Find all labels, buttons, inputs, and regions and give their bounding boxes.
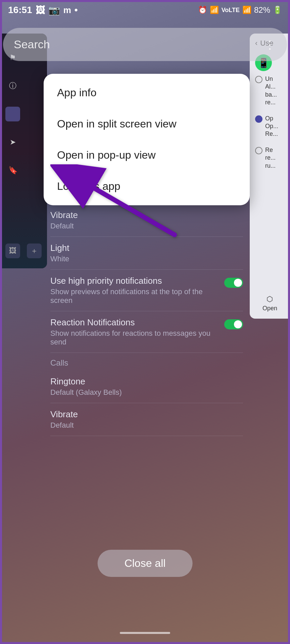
left-app-card: ⚑ ⓘ ➤ 🔖 🖼 ＋ — [0, 34, 47, 268]
image-icon: 🖼 — [5, 244, 20, 258]
setting-light: Light White — [50, 237, 243, 270]
status-icons: ⏰ 📶 VoLTE 📶 82% 🔋 — [198, 5, 282, 15]
search-more-icon[interactable]: ⋮ — [264, 38, 276, 51]
high-priority-toggle[interactable] — [224, 278, 243, 288]
reaction-title: Reaction Notifications — [50, 317, 224, 328]
right-card-bottom: ⬡ Open — [250, 295, 290, 312]
vibrate1-sub: Default — [50, 222, 243, 230]
setting-vibrate-1: Vibrate Default — [50, 204, 243, 237]
radio-dot-3 — [255, 147, 262, 154]
battery-text: 82% — [254, 5, 270, 15]
radio-dot-2 — [255, 115, 262, 123]
wifi-icon: 📶 — [210, 6, 219, 14]
bg-settings: Default (Spaceline) Vibrate Default Ligh… — [44, 181, 250, 436]
light-title: Light — [50, 243, 243, 253]
open-button: ⬡ Open — [262, 295, 277, 312]
search-placeholder: Search — [14, 38, 264, 51]
right-radio-group: UnAl...ba...re... OpOp...Re... Rere...ru… — [255, 75, 285, 170]
plus-icon: ＋ — [27, 244, 42, 258]
setting-ringtone: Ringtone Default (Galaxy Bells) — [50, 370, 243, 403]
vibrate2-sub: Default — [50, 421, 243, 430]
home-indicator — [120, 632, 170, 634]
context-menu: App info Open in split screen view Open … — [44, 74, 250, 205]
right-app-card: ‹ Use 📱 UnAl...ba...re... OpOp...Re... R… — [250, 34, 290, 319]
context-menu-lock-app[interactable]: Lock this app — [44, 171, 250, 202]
radio-label-2: OpOp...Re... — [265, 115, 278, 138]
setting-reaction-notifications: Reaction Notifications Show notification… — [50, 311, 243, 353]
status-photo-icon: 🖼 — [36, 5, 45, 16]
send-icon: ➤ — [5, 135, 20, 150]
battery-icon: 🔋 — [273, 6, 282, 14]
open-icon: ⬡ — [267, 295, 273, 304]
alarm-icon: ⏰ — [198, 6, 207, 14]
ringtone-title: Ringtone — [50, 376, 243, 387]
high-priority-text: Use high priority notifications Show pre… — [50, 276, 224, 305]
vibrate1-title: Vibrate — [50, 210, 243, 220]
status-m-icon: m — [63, 5, 71, 15]
high-priority-sub: Show previews of notifications at the to… — [50, 287, 224, 305]
radio-item-3: Rere...ru... — [255, 146, 285, 170]
status-instagram-icon: 📷 — [48, 5, 60, 16]
setting-high-priority: Use high priority notifications Show pre… — [50, 270, 243, 311]
info-icon: ⓘ — [5, 78, 20, 93]
light-sub: White — [50, 255, 243, 263]
radio-label-1: UnAl...ba...re... — [265, 75, 277, 107]
lte-icon: VoLTE — [222, 7, 240, 14]
vibrate2-title: Vibrate — [50, 409, 243, 420]
radio-label-3: Rere...ru... — [265, 146, 276, 170]
context-menu-app-info[interactable]: App info — [44, 77, 250, 108]
ringtone-sub: Default (Galaxy Bells) — [50, 388, 243, 397]
context-menu-split-screen[interactable]: Open in split screen view — [44, 108, 250, 140]
high-priority-row: Use high priority notifications Show pre… — [50, 276, 243, 305]
reaction-row: Reaction Notifications Show notification… — [50, 317, 243, 346]
left-card-bottom: 🖼 ＋ — [5, 244, 42, 258]
status-time: 16:51 — [8, 5, 32, 15]
open-label: Open — [262, 305, 277, 312]
calls-section-label: Calls — [50, 353, 243, 370]
left-app-icons: ⚑ ⓘ ➤ 🔖 — [5, 50, 20, 178]
status-left: 16:51 🖼 📷 m • — [8, 5, 78, 16]
radio-item-1: UnAl...ba...re... — [255, 75, 285, 107]
reaction-text: Reaction Notifications Show notification… — [50, 317, 224, 346]
high-priority-title: Use high priority notifications — [50, 276, 224, 286]
status-bar: 16:51 🖼 📷 m • ⏰ 📶 VoLTE 📶 82% 🔋 — [0, 0, 290, 20]
app-icon-blue — [5, 107, 20, 121]
close-all-button[interactable]: Close all — [98, 550, 193, 577]
reaction-toggle[interactable] — [224, 319, 243, 329]
context-menu-popup-view[interactable]: Open in pop-up view — [44, 140, 250, 171]
setting-vibrate-2: Vibrate Default — [50, 403, 243, 436]
left-app-card-inner: ⚑ ⓘ ➤ 🔖 🖼 ＋ — [0, 34, 47, 268]
close-all-label: Close all — [125, 557, 166, 569]
signal-icon: 📶 — [242, 6, 251, 14]
search-bar[interactable]: Search ⋮ — [3, 28, 287, 61]
reaction-sub: Show notifications for reactions to mess… — [50, 329, 224, 346]
radio-dot-1 — [255, 76, 262, 83]
radio-item-2: OpOp...Re... — [255, 115, 285, 138]
status-dot: • — [75, 5, 78, 15]
bookmark-icon: 🔖 — [5, 163, 20, 178]
